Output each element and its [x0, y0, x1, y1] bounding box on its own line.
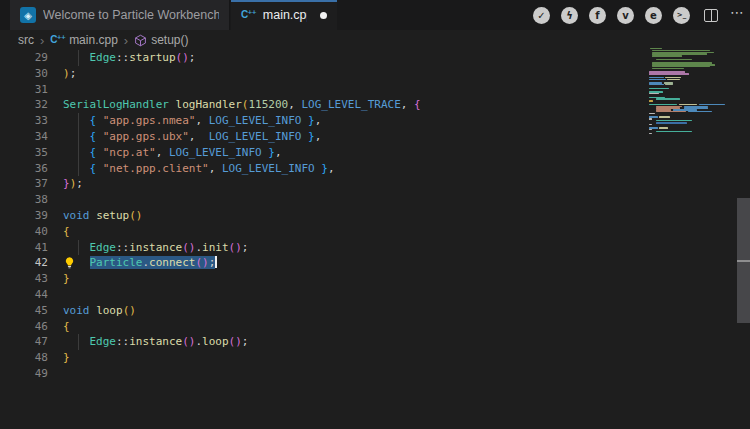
- check-circle-button[interactable]: ✓: [533, 7, 550, 24]
- terminal-circle-button[interactable]: >_: [673, 7, 690, 24]
- code-text: void loop(): [63, 303, 136, 319]
- tab-welcome-particle-workbench[interactable]: ◈ Welcome to Particle Workbench: [10, 0, 230, 30]
- code-line-48[interactable]: 48}: [0, 350, 736, 366]
- minimap[interactable]: [649, 48, 735, 140]
- code-line-47[interactable]: 47 Edge::instance().loop();: [0, 334, 736, 350]
- code-line-39[interactable]: 39void setup(): [0, 208, 736, 224]
- minimap-line: [656, 59, 692, 60]
- minimap-line: [649, 93, 659, 94]
- token: LOG_LEVEL_INFO: [209, 114, 302, 127]
- editor[interactable]: 29 Edge::startup();30);3132SerialLogHand…: [0, 50, 736, 382]
- line-number[interactable]: 30: [0, 66, 48, 82]
- token: ,: [328, 162, 335, 175]
- lightning-circle-button[interactable]: ϟ: [561, 7, 578, 24]
- breadcrumb: src › C⁺⁺ main.cpp › setup(): [0, 30, 750, 50]
- token: }: [63, 351, 70, 364]
- code-line-37[interactable]: 37});: [0, 176, 736, 192]
- code-line-43[interactable]: 43}: [0, 271, 736, 287]
- code-text: { "net.ppp.client", LOG_LEVEL_INFO },: [63, 161, 335, 177]
- code-text: );: [63, 66, 76, 82]
- line-number[interactable]: 29: [0, 50, 48, 66]
- v-circle-button[interactable]: v: [617, 7, 634, 24]
- line-number[interactable]: 46: [0, 319, 48, 335]
- token: ;: [242, 335, 249, 348]
- line-number[interactable]: 38: [0, 192, 48, 208]
- code-line-49[interactable]: 49: [0, 366, 736, 382]
- token: 115200: [248, 98, 288, 111]
- selected-token: Particle: [90, 256, 143, 269]
- minimap-line: [649, 118, 652, 119]
- f-circle-button[interactable]: f: [589, 7, 606, 24]
- line-number[interactable]: 49: [0, 366, 48, 382]
- token: Edge: [90, 335, 117, 348]
- code-line-45[interactable]: 45void loop(): [0, 303, 736, 319]
- breadcrumb-item-main-cpp[interactable]: C⁺⁺ main.cpp: [50, 33, 117, 47]
- code-line-41[interactable]: 41 Edge::instance().init();: [0, 240, 736, 256]
- line-number[interactable]: 32: [0, 97, 48, 113]
- code-line-29[interactable]: 29 Edge::startup();: [0, 50, 736, 66]
- token: [63, 241, 90, 254]
- token: startup: [129, 51, 175, 64]
- modified-dot-icon[interactable]: [320, 12, 327, 19]
- token: (): [182, 335, 195, 348]
- line-number[interactable]: 45: [0, 303, 48, 319]
- code-line-44[interactable]: 44: [0, 287, 736, 303]
- token: [63, 146, 90, 159]
- code-line-46[interactable]: 46{: [0, 319, 736, 335]
- line-number[interactable]: 48: [0, 350, 48, 366]
- line-number[interactable]: 47: [0, 334, 48, 350]
- vscode-window: { "tabs": [ {"label": "Welcome to Partic…: [0, 0, 750, 429]
- code-line-38[interactable]: 38: [0, 192, 736, 208]
- token: (): [129, 209, 142, 222]
- minimap-line: [656, 131, 692, 132]
- code-line-33[interactable]: 33 { "app.gps.nmea", LOG_LEVEL_INFO },: [0, 113, 736, 129]
- line-number[interactable]: 42: [0, 255, 48, 271]
- token: ,: [315, 130, 322, 143]
- token: LOG_LEVEL_INFO: [209, 130, 302, 143]
- token: (): [123, 304, 136, 317]
- line-number[interactable]: 37: [0, 176, 48, 192]
- breadcrumb-item-setup[interactable]: setup(): [134, 33, 188, 47]
- code-text: }: [63, 350, 70, 366]
- line-number[interactable]: 44: [0, 287, 48, 303]
- line-number[interactable]: 35: [0, 145, 48, 161]
- line-number[interactable]: 40: [0, 224, 48, 240]
- code-line-36[interactable]: 36 { "net.ppp.client", LOG_LEVEL_INFO },: [0, 161, 736, 177]
- line-number[interactable]: 36: [0, 161, 48, 177]
- code-line-42[interactable]: 42 Particle.connect();: [0, 255, 736, 271]
- token: ,: [288, 98, 301, 111]
- code-line-32[interactable]: 32SerialLogHandler logHandler(115200, LO…: [0, 97, 736, 113]
- overview-cursor-marker: [737, 260, 750, 262]
- code-line-30[interactable]: 30);: [0, 66, 736, 82]
- code-text: { "ncp.at", LOG_LEVEL_INFO },: [63, 145, 282, 161]
- code-line-31[interactable]: 31: [0, 82, 736, 98]
- line-number[interactable]: 43: [0, 271, 48, 287]
- cursor-caret: [215, 256, 217, 268]
- token: ,: [315, 114, 322, 127]
- token: init: [202, 241, 229, 254]
- token: {: [63, 225, 70, 238]
- code-line-40[interactable]: 40{: [0, 224, 736, 240]
- minimap-line: [665, 77, 681, 78]
- line-number[interactable]: 39: [0, 208, 48, 224]
- line-number[interactable]: 34: [0, 129, 48, 145]
- line-number[interactable]: 41: [0, 240, 48, 256]
- line-number[interactable]: 31: [0, 82, 48, 98]
- token: [96, 130, 103, 143]
- code-text: { "app.gps.ubx", LOG_LEVEL_INFO },: [63, 129, 321, 145]
- scrollbar[interactable]: [737, 0, 750, 429]
- token: ,: [401, 98, 414, 111]
- line-number[interactable]: 33: [0, 113, 48, 129]
- e-circle-button[interactable]: e: [645, 7, 662, 24]
- minimap-line: [667, 79, 680, 80]
- breadcrumb-label: src: [18, 33, 34, 47]
- code-line-35[interactable]: 35 { "ncp.at", LOG_LEVEL_INFO },: [0, 145, 736, 161]
- token: setup: [96, 209, 129, 222]
- breadcrumb-item-src[interactable]: src: [18, 33, 34, 47]
- minimap-line: [652, 68, 684, 69]
- token: ,: [189, 130, 209, 143]
- split-editor-button[interactable]: [704, 9, 718, 22]
- tab-main-cpp[interactable]: C⁺⁺ main.cpp: [231, 0, 337, 30]
- code-line-34[interactable]: 34 { "app.gps.ubx", LOG_LEVEL_INFO },: [0, 129, 736, 145]
- token: }: [308, 114, 315, 127]
